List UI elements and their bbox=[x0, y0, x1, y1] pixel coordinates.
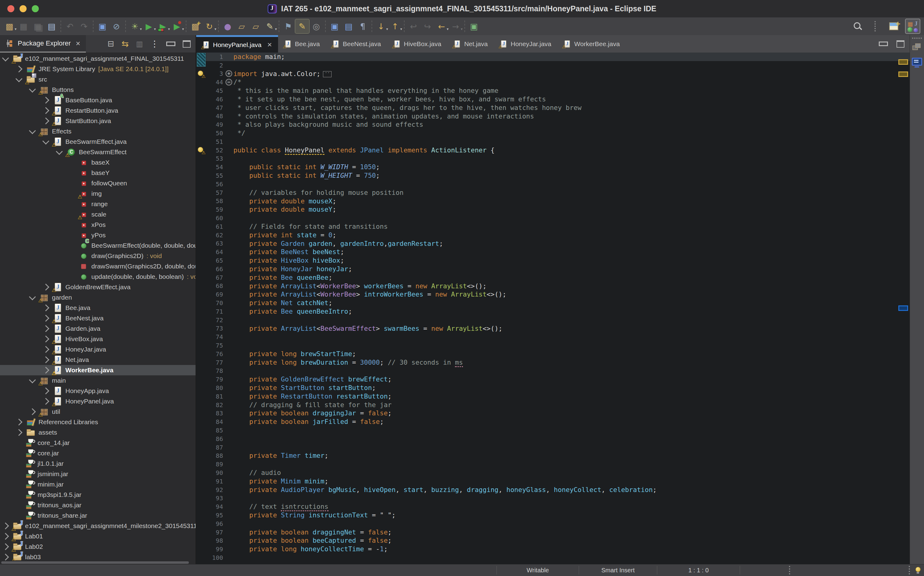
code-line-52[interactable]: 52public class HoneyPanel extends JPanel… bbox=[196, 146, 910, 155]
annotation-ruler-cell[interactable] bbox=[196, 222, 206, 231]
tree-item-effects[interactable]: ⚠Effects bbox=[0, 126, 195, 136]
java-perspective-icon[interactable]: ▦J bbox=[906, 19, 920, 33]
tree-item-minim-jar[interactable]: minim.jar bbox=[0, 479, 195, 490]
chevron-right-icon[interactable] bbox=[2, 533, 9, 540]
chevron-down-icon[interactable] bbox=[29, 376, 36, 383]
annotation-ruler-cell[interactable] bbox=[196, 333, 206, 341]
code-text[interactable]: public static int W_HEIGHT = 750; bbox=[234, 171, 380, 180]
annotation-ruler-cell[interactable] bbox=[196, 375, 206, 384]
annotation-ruler-cell[interactable] bbox=[196, 494, 206, 502]
annotation-ruler-cell[interactable] bbox=[196, 435, 206, 443]
annotation-ruler-cell[interactable] bbox=[196, 299, 206, 307]
chevron-right-icon[interactable] bbox=[16, 429, 22, 436]
annotation-ruler-cell[interactable] bbox=[196, 316, 206, 324]
tree-item-basex[interactable]: baseX bbox=[0, 157, 195, 168]
code-text[interactable]: * it sets up the bee nest, queen bee, wo… bbox=[234, 95, 546, 104]
maximize-editor-icon[interactable] bbox=[897, 40, 905, 48]
code-text[interactable]: // dragging & fill state for the jar bbox=[234, 401, 392, 409]
tree-item-tritonus-share-jar[interactable]: tritonus_share.jar bbox=[0, 510, 195, 521]
tree-item-workerbee-java[interactable]: ⚠WorkerBee.java bbox=[0, 365, 195, 375]
code-line-65[interactable]: 65 private HiveBox hiveBox; bbox=[196, 256, 910, 265]
code-line-83[interactable]: 83 private boolean draggingJar = false; bbox=[196, 409, 910, 418]
tree-item-core-14-jar[interactable]: core_14.jar bbox=[0, 438, 195, 448]
editor-tab-bee-java[interactable]: ⚠Bee.java bbox=[278, 35, 326, 53]
show-whitespace-icon[interactable]: ¶ bbox=[356, 19, 370, 33]
annotation-ruler-cell[interactable] bbox=[196, 163, 206, 171]
annotation-ruler-cell[interactable] bbox=[196, 341, 206, 350]
show-source-icon[interactable]: ▤ bbox=[342, 19, 356, 33]
code-line-90[interactable]: 90 // audio bbox=[196, 469, 910, 477]
annotation-ruler-cell[interactable] bbox=[196, 86, 206, 95]
code-line-75[interactable]: 75 bbox=[196, 341, 910, 350]
code-text[interactable]: // variables for holding mouse position bbox=[234, 189, 404, 197]
code-line-47[interactable]: 47 * user clicks start, captures the que… bbox=[196, 104, 910, 112]
chevron-down-icon[interactable] bbox=[2, 54, 9, 61]
code-line-79[interactable]: 79 private GoldenBrewEffect brewEffect; bbox=[196, 375, 910, 384]
build-all-icon[interactable]: ▣ bbox=[95, 19, 109, 33]
tree-item-beeswarmeffect-double-double-doubl[interactable]: CBeeSwarmEffect(double, double, doubl bbox=[0, 240, 195, 251]
tree-item-xpos[interactable]: xPos bbox=[0, 219, 195, 230]
next-annotation-icon[interactable]: ↓▾ bbox=[374, 19, 388, 33]
editor-tab-net-java[interactable]: ⚠Net.java bbox=[447, 35, 494, 53]
code-line-50[interactable]: 50 */ bbox=[196, 129, 910, 138]
code-line-94[interactable]: 94 // text isntrcutions bbox=[196, 502, 910, 511]
annotation-ruler-cell[interactable] bbox=[196, 112, 206, 121]
skip-breakpoints-icon[interactable]: ⊘ bbox=[109, 19, 123, 33]
code-line-63[interactable]: 63 private Garden garden, gardenIntro,ga… bbox=[196, 240, 910, 248]
chevron-down-icon[interactable] bbox=[56, 148, 63, 155]
code-text[interactable]: // audio bbox=[234, 469, 281, 477]
code-line-72[interactable]: 72 bbox=[196, 316, 910, 324]
tree-item-honeypanel-java[interactable]: ⚠HoneyPanel.java bbox=[0, 396, 195, 406]
code-text[interactable]: private HiveBox hiveBox; bbox=[234, 256, 344, 265]
tree-item-ypos[interactable]: yPos bbox=[0, 230, 195, 240]
code-text[interactable]: private long brewDuration = 30000; // 30… bbox=[234, 358, 463, 367]
annotation-ruler-cell[interactable] bbox=[196, 477, 206, 486]
code-line-85[interactable]: 85 bbox=[196, 426, 910, 435]
code-text[interactable]: * also plays background music and sound … bbox=[234, 120, 423, 129]
tree-item-garden[interactable]: ⚠garden bbox=[0, 292, 195, 302]
forward-curved-icon[interactable]: ↪ bbox=[420, 19, 434, 33]
code-text[interactable]: private StartButton startButton; bbox=[234, 384, 376, 392]
code-line-97[interactable]: 97 private boolean draggingNet = false; bbox=[196, 528, 910, 537]
code-text[interactable]: public class HoneyPanel extends JPanel i… bbox=[234, 146, 495, 155]
code-line-81[interactable]: 81 private RestartButton restartButton; bbox=[196, 392, 910, 401]
code-text[interactable]: private Garden garden, gardenIntro,garde… bbox=[234, 240, 443, 248]
tree-item-goldenbreweffect-java[interactable]: ⚠GoldenBrewEffect.java bbox=[0, 282, 195, 292]
undo-icon[interactable]: ↶ bbox=[63, 19, 77, 33]
code-text[interactable]: private Timer timer; bbox=[234, 451, 328, 460]
annotation-ruler-cell[interactable] bbox=[196, 536, 206, 545]
code-text[interactable]: // text isntrcutions bbox=[234, 502, 328, 511]
view-menu-icon[interactable]: ⋮ bbox=[151, 39, 159, 49]
chevron-right-icon[interactable] bbox=[42, 315, 50, 322]
code-line-58[interactable]: 58 private double mouseX; bbox=[196, 197, 910, 206]
code-line-70[interactable]: 70 private Net catchNet; bbox=[196, 299, 910, 307]
code-line-88[interactable]: 88 private Timer timer; bbox=[196, 451, 910, 460]
forward-history-icon[interactable]: →▾ bbox=[448, 19, 463, 33]
code-text[interactable]: private int state = 0; bbox=[234, 231, 336, 240]
annotation-ruler-cell[interactable] bbox=[196, 502, 206, 511]
annotation-ruler-cell[interactable] bbox=[196, 231, 206, 240]
code-line-59[interactable]: 59 private double mouseY; bbox=[196, 205, 910, 214]
code-line-56[interactable]: 56 bbox=[196, 180, 910, 189]
tree-item-img[interactable]: ⚠img bbox=[0, 189, 195, 199]
code-text[interactable]: private double mouseX; bbox=[234, 197, 336, 206]
collapse-all-icon[interactable]: ⊟ bbox=[107, 39, 114, 48]
quickfix-warning-icon[interactable] bbox=[197, 70, 205, 78]
annotation-ruler-cell[interactable] bbox=[196, 265, 206, 274]
annotation-ruler-cell[interactable] bbox=[196, 274, 206, 282]
chevron-right-icon[interactable] bbox=[42, 304, 50, 312]
annotation-ruler-cell[interactable] bbox=[196, 401, 206, 409]
tree-item-honeyapp-java[interactable]: HoneyApp.java bbox=[0, 386, 195, 396]
tree-item-basey[interactable]: baseY bbox=[0, 168, 195, 178]
chevron-right-icon[interactable] bbox=[42, 97, 50, 104]
code-line-87[interactable]: 87 bbox=[196, 443, 910, 452]
annotation-ruler-cell[interactable] bbox=[196, 197, 206, 206]
code-line-57[interactable]: 57 // variables for holding mouse positi… bbox=[196, 189, 910, 197]
chevron-right-icon[interactable] bbox=[2, 543, 9, 550]
annotation-ruler-cell[interactable] bbox=[196, 554, 206, 562]
tree-item-draw-graphics2d[interactable]: draw(Graphics2D): void bbox=[0, 251, 195, 261]
code-line-62[interactable]: 62 private int state = 0; bbox=[196, 231, 910, 240]
code-line-61[interactable]: 61 // Fields for state and transitions bbox=[196, 222, 910, 231]
close-view-icon[interactable]: × bbox=[76, 39, 80, 48]
last-edit-location-icon[interactable]: ✎ bbox=[295, 19, 309, 33]
